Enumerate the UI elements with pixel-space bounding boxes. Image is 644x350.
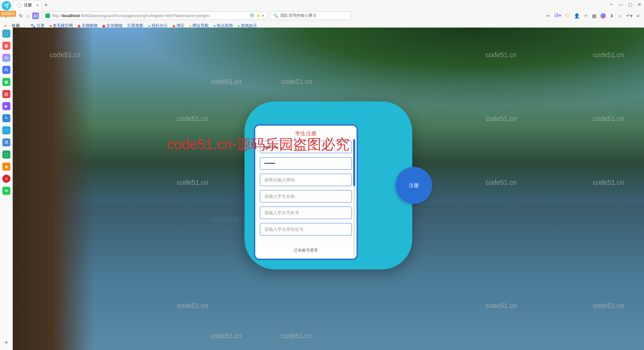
side-icon-2[interactable]: ▣ <box>2 42 10 50</box>
user-icon[interactable]: 👤 <box>574 13 580 18</box>
register-form: 学生注册 已有账号登录 <box>254 124 358 260</box>
window-close-icon[interactable]: ✕ <box>638 2 641 7</box>
apps-icon[interactable]: ▦ <box>592 13 596 18</box>
url-dropdown-icon[interactable]: ▾ <box>262 13 264 18</box>
search-box[interactable]: 🔍 团队管理的核心要点 <box>270 11 351 20</box>
tab-close-icon[interactable]: ✕ <box>36 3 39 8</box>
browser-logo-icon <box>2 1 11 10</box>
window-pin-icon[interactable]: ⚬ <box>609 2 613 7</box>
password-input[interactable] <box>260 157 352 170</box>
url-box[interactable]: http://localhost:8080/jiaoxueguanli/fron… <box>42 11 267 20</box>
student-phone-input[interactable] <box>260 207 352 219</box>
tab-add-icon[interactable]: + <box>44 2 48 9</box>
side-icon-11[interactable]: ⬚ <box>2 150 10 159</box>
url-text: http://localhost:8080/jiaoxueguanli/fron… <box>52 13 210 18</box>
left-sidebar: ⬚ ▣ AI AI ▣ ▤ ▶ ✎ ⬚ 译 ⬚ ◉ ⊙ ✉ + <box>0 28 13 350</box>
register-submit-button[interactable]: 注册 <box>395 167 432 204</box>
menu-icon[interactable]: ≡ <box>637 13 639 18</box>
side-icon-3[interactable]: AI <box>2 54 10 62</box>
register-card: 学生注册 已有账号登录 注册 <box>245 101 412 269</box>
url-shield-icon <box>45 13 50 18</box>
student-idcard-input[interactable] <box>260 223 352 235</box>
nav-home-icon[interactable]: ⌂ <box>26 13 29 18</box>
side-icon-7[interactable]: ▶ <box>2 102 10 110</box>
window-minimize-icon[interactable]: — <box>619 2 623 7</box>
window-controls: ⚬ — ▢ ✕ <box>609 2 641 7</box>
side-icon-8[interactable]: ✎ <box>2 114 10 122</box>
form-scrollbar[interactable] <box>353 139 355 255</box>
ai-badge-icon[interactable]: AI <box>32 12 39 19</box>
translate-tool-icon[interactable]: 译▾ <box>554 13 561 19</box>
download-icon[interactable]: ⬇ <box>610 13 614 18</box>
page-content: code51.cn code51.cn code51.cn code51.cn … <box>13 28 644 350</box>
search-icon: 🔍 <box>273 13 278 18</box>
tab-favicon-icon <box>17 3 22 8</box>
username-input[interactable] <box>260 141 352 153</box>
translate-icon[interactable]: 翻 <box>250 13 254 18</box>
existing-account-link[interactable]: 已有账号登录 <box>260 245 352 256</box>
sidebar-add-icon[interactable]: + <box>4 339 8 347</box>
side-icon-1[interactable]: ⬚ <box>2 30 10 38</box>
scissors-icon[interactable]: ✂ <box>546 13 550 18</box>
search-placeholder: 团队管理的核心要点 <box>280 13 317 18</box>
confirm-password-input[interactable] <box>260 174 352 186</box>
side-icon-10[interactable]: 译 <box>2 138 10 146</box>
nav-reload-icon[interactable]: ↻ <box>19 13 23 18</box>
browser-tab[interactable]: 注册 ✕ <box>13 1 42 9</box>
security-icon[interactable]: 🛡 <box>565 13 570 18</box>
flash-icon[interactable]: ⚡ <box>256 13 261 18</box>
side-icon-5[interactable]: ▣ <box>2 78 10 86</box>
side-icon-mail[interactable]: ✉ <box>2 187 10 195</box>
undo-icon[interactable]: ↶▾ <box>626 13 633 18</box>
login-badge[interactable]: 登录账号 <box>0 11 16 17</box>
brightness-icon[interactable]: ☼ <box>618 13 622 18</box>
window-maximize-icon[interactable]: ▢ <box>628 2 632 7</box>
side-icon-4[interactable]: AI <box>2 66 10 74</box>
student-name-input[interactable] <box>260 190 352 203</box>
side-icon-6[interactable]: ▤ <box>2 90 10 98</box>
side-icon-9[interactable]: ⬚ <box>2 126 10 134</box>
side-icon-12[interactable]: ◉ <box>2 163 10 171</box>
extension-icon[interactable]: ❖ <box>584 13 588 18</box>
circle-tool-icon[interactable] <box>600 13 606 18</box>
form-title: 学生注册 <box>260 130 352 137</box>
tab-title: 注册 <box>24 2 32 8</box>
side-icon-weibo[interactable]: ⊙ <box>2 175 10 183</box>
